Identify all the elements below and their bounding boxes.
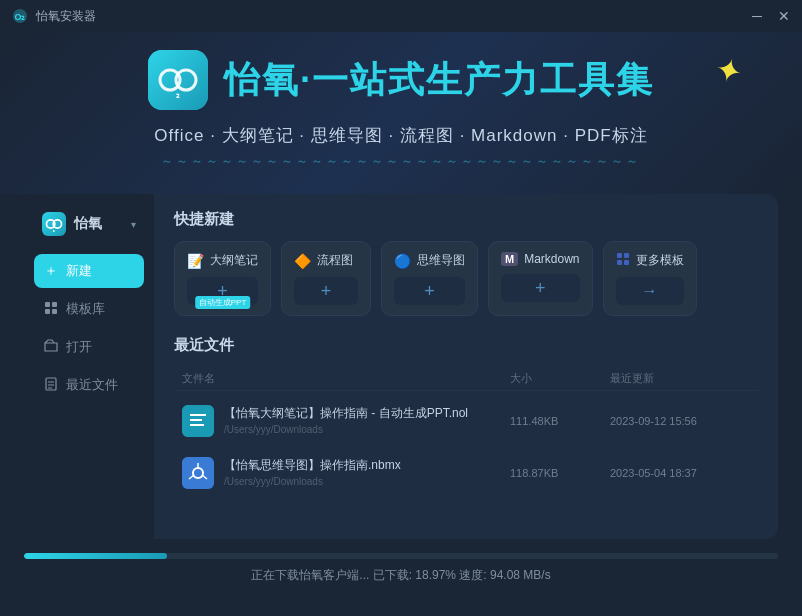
mindmap-plus-icon: + [424,281,435,302]
hero-subtitle: Office · 大纲笔记 · 思维导图 · 流程图 · Markdown · … [0,124,802,147]
progress-area: 正在下载怡氧客户端... 已下载: 18.97% 速度: 94.08 MB/s [0,539,802,594]
sidebar-item-open[interactable]: 打开 [34,330,144,364]
sidebar-brand-icon: ₂ [42,212,66,236]
hero-title: 怡氧·一站式生产力工具集 [224,56,654,105]
svg-rect-11 [45,309,50,314]
svg-rect-12 [52,309,57,314]
outline-card-icon: 📝 [187,253,204,269]
flowchart-card-icon: 🔶 [294,253,311,269]
sidebar-item-templates-label: 模板库 [66,300,105,318]
new-icon: ＋ [44,262,58,280]
title-bar: O₂ 怡氧安装器 ─ ✕ [0,0,802,32]
main-area: ₂ 怡氧 ▾ ＋ 新建 模板库 打开 最近文件 [24,194,778,539]
markdown-card-icon: M [501,252,518,266]
recent-files-title: 最近文件 [174,336,758,355]
col-filename: 文件名 [182,371,510,386]
sidebar-item-templates[interactable]: 模板库 [34,292,144,326]
open-icon [44,339,58,356]
col-size: 大小 [510,371,610,386]
sidebar-item-recent-label: 最近文件 [66,376,118,394]
svg-text:₂: ₂ [176,90,180,100]
svg-rect-19 [617,260,622,265]
mindmap-card-label: 思维导图 [417,252,465,269]
quick-cards: 📝 大纲笔记 + 自动生成PPT 🔶 流程图 + [174,241,758,316]
hero-app-icon: ₂ [148,50,208,110]
recent-file-2-path: /Users/yyy/Downloads [224,476,401,487]
recent-file-1-size: 111.48KB [510,415,610,427]
hero-wave: ～～～～～～～～～～～～～～～～～～～～～～～～～～～～～～～～ [0,153,802,170]
svg-rect-9 [45,302,50,307]
svg-rect-25 [182,457,214,489]
recent-files-header: 文件名 大小 最近更新 [174,367,758,391]
recent-file-1-date: 2023-09-12 15:56 [610,415,750,427]
sidebar-brand-arrow: ▾ [131,219,136,230]
recent-file-2-size: 118.87KB [510,467,610,479]
minimize-button[interactable]: ─ [752,9,762,23]
more-card-action[interactable]: → [616,277,684,305]
progress-bar-bg [24,553,778,559]
recent-file-row[interactable]: 【怡氧大纲笔记】操作指南 - 自动生成PPT.nol /Users/yyy/Do… [174,395,758,447]
hero-brand: ₂ 怡氧·一站式生产力工具集 [0,50,802,110]
recent-file-row[interactable]: 【怡氧思维导图】操作指南.nbmx /Users/yyy/Downloads 1… [174,447,758,499]
col-date: 最近更新 [610,371,750,386]
svg-rect-17 [617,253,622,258]
svg-text:₂: ₂ [53,228,55,233]
sidebar-item-new[interactable]: ＋ 新建 [34,254,144,288]
templates-icon [44,301,58,318]
quick-card-more[interactable]: 更多模板 → [603,241,697,316]
sidebar-brand-name: 怡氧 [74,215,102,233]
sidebar-item-open-label: 打开 [66,338,92,356]
progress-bar-fill [24,553,167,559]
outline-card-label: 大纲笔记 [210,252,258,269]
recent-icon [44,377,58,394]
svg-rect-10 [52,302,57,307]
flowchart-card-action[interactable]: + [294,277,358,305]
content-area: 快捷新建 📝 大纲笔记 + 自动生成PPT 🔶 流程图 [154,194,778,539]
outline-card-action[interactable]: + 自动生成PPT [187,277,258,305]
flowchart-card-label: 流程图 [317,252,353,269]
sidebar-brand: ₂ 怡氧 ▾ [34,208,144,240]
markdown-card-action[interactable]: + [501,274,580,302]
mindmap-card-icon: 🔵 [394,253,411,269]
quick-card-outline[interactable]: 📝 大纲笔记 + 自动生成PPT [174,241,271,316]
sidebar: ₂ 怡氧 ▾ ＋ 新建 模板库 打开 最近文件 [24,194,154,539]
quick-card-markdown[interactable]: M Markdown + [488,241,593,316]
quick-card-mindmap[interactable]: 🔵 思维导图 + [381,241,478,316]
recent-file-1-info: 【怡氧大纲笔记】操作指南 - 自动生成PPT.nol /Users/yyy/Do… [182,405,510,437]
more-card-label: 更多模板 [636,252,684,269]
app-logo: O₂ [12,8,28,24]
title-bar-left: O₂ 怡氧安装器 [12,8,96,25]
recent-file-2-info: 【怡氧思维导图】操作指南.nbmx /Users/yyy/Downloads [182,457,510,489]
progress-text: 正在下载怡氧客户端... 已下载: 18.97% 速度: 94.08 MB/s [251,567,550,584]
more-card-icon [616,252,630,269]
recent-file-1-icon [182,405,214,437]
quick-create-title: 快捷新建 [174,210,758,229]
svg-rect-2 [148,50,208,110]
recent-file-1-name: 【怡氧大纲笔记】操作指南 - 自动生成PPT.nol [224,405,468,422]
more-arrow-icon: → [642,282,658,300]
svg-rect-20 [624,260,629,265]
sidebar-item-recent[interactable]: 最近文件 [34,368,144,402]
recent-file-2-date: 2023-05-04 18:37 [610,467,750,479]
svg-rect-18 [624,253,629,258]
markdown-card-label: Markdown [524,252,579,266]
title-bar-title: 怡氧安装器 [36,8,96,25]
title-bar-controls: ─ ✕ [752,9,790,23]
sidebar-item-new-label: 新建 [66,262,92,280]
mindmap-card-action[interactable]: + [394,277,465,305]
svg-text:O₂: O₂ [14,12,25,22]
close-button[interactable]: ✕ [778,9,790,23]
outline-card-badge: 自动生成PPT [195,296,251,309]
quick-card-flowchart[interactable]: 🔶 流程图 + [281,241,371,316]
markdown-plus-icon: + [535,278,546,299]
recent-file-2-icon [182,457,214,489]
hero-section: ✦ ₂ 怡氧·一站式生产力工具集 Office · 大纲笔记 · 思维导图 · … [0,32,802,194]
recent-file-2-name: 【怡氧思维导图】操作指南.nbmx [224,457,401,474]
flowchart-plus-icon: + [321,281,332,302]
recent-file-1-path: /Users/yyy/Downloads [224,424,468,435]
